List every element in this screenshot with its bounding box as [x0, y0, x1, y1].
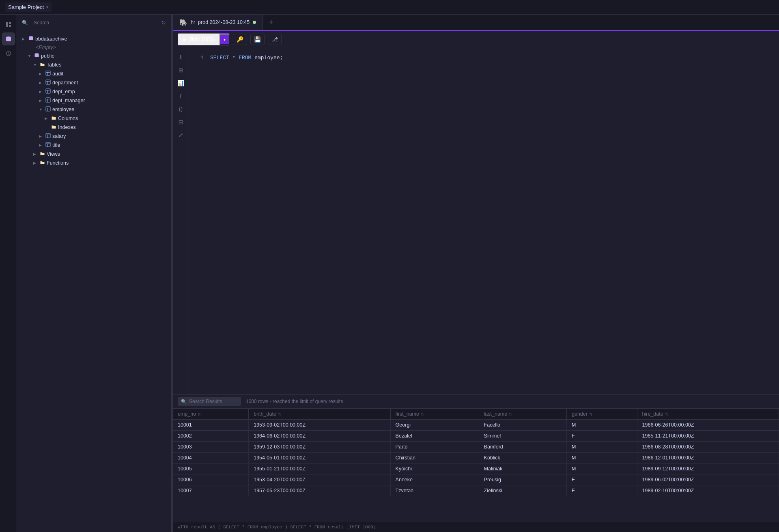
- tree-item-label: audit: [52, 71, 63, 77]
- table-row[interactable]: 100071957-05-23T00:00:00ZTzvetanZielinsk…: [173, 485, 779, 496]
- results-table-wrapper[interactable]: emp_no⇅birth_date⇅first_name⇅last_name⇅g…: [173, 409, 779, 522]
- tree-item-empty[interactable]: <Empty>: [17, 43, 171, 51]
- tree-item-label: department: [52, 80, 78, 86]
- table-row[interactable]: 100061953-04-20T00:00:00ZAnnekePreusigF1…: [173, 474, 779, 485]
- svg-rect-24: [46, 142, 50, 147]
- sql-line: 1SELECT * FROM employee;: [196, 55, 773, 61]
- tree-arrow-icon: ▶: [45, 116, 49, 120]
- table-row[interactable]: 100011953-09-02T00:00:00ZGeorgiFacelloM1…: [173, 420, 779, 431]
- col-header-birth_date[interactable]: birth_date⇅: [249, 409, 390, 420]
- sort-icon[interactable]: ⇅: [665, 412, 668, 416]
- tree-item-indexes[interactable]: Indexes: [17, 123, 171, 132]
- sql-symbol: *: [229, 55, 239, 61]
- project-selector[interactable]: Sample Project ▾: [5, 2, 52, 12]
- tree-item-icon: [45, 79, 51, 86]
- tree-item-dept_emp[interactable]: ▶dept_emp: [17, 87, 171, 96]
- elephant-icon: 🐘: [179, 19, 187, 26]
- tree-item-label: Indexes: [58, 124, 76, 130]
- run-button-group: ▶ (limit 1000) ▾: [178, 33, 230, 45]
- sidebar-toggle-icon[interactable]: [2, 18, 15, 31]
- tree-item-bbdataarchive[interactable]: ▶bbdataarchive: [17, 34, 171, 43]
- table-row[interactable]: 100021964-06-02T00:00:00ZBezalelSimmelF1…: [173, 431, 779, 442]
- sort-icon[interactable]: ⇅: [278, 412, 281, 416]
- toolbar: ▶ (limit 1000) ▾ 🔑 💾 ⎇: [173, 31, 779, 48]
- results-search-icon: 🔍: [181, 399, 187, 404]
- results-search-bar: 🔍: [178, 397, 241, 406]
- table-row[interactable]: 100031959-12-03T00:00:00ZPartoBamfordM19…: [173, 442, 779, 453]
- cell-hire_date: 1989-09-12T00:00:00Z: [637, 463, 779, 474]
- history-icon[interactable]: [2, 47, 15, 60]
- paren-strip-icon[interactable]: (): [175, 103, 187, 115]
- tree-item-dept_manager[interactable]: ▶dept_manager: [17, 96, 171, 105]
- tree-item-label: bbdataarchive: [35, 36, 67, 42]
- expand-strip-icon[interactable]: ⤢: [175, 129, 187, 141]
- tree-item-public[interactable]: ▼public: [17, 51, 171, 60]
- tree-item-title[interactable]: ▶title: [17, 141, 171, 150]
- func-strip-icon[interactable]: ƒ: [175, 90, 187, 102]
- col-header-label: first_name: [396, 411, 419, 417]
- sort-icon[interactable]: ⇅: [509, 412, 512, 416]
- tree-item-views[interactable]: ▶Views: [17, 150, 171, 159]
- cell-birth_date: 1955-01-21T00:00:00Z: [249, 463, 390, 474]
- col-header-hire_date[interactable]: hire_date⇅: [637, 409, 779, 420]
- sql-identifier: employee;: [251, 55, 283, 61]
- run-dropdown-button[interactable]: ▾: [220, 34, 230, 45]
- cell-emp_no: 10002: [173, 431, 249, 442]
- tree-item-icon: [45, 88, 51, 95]
- play-icon: ▶: [183, 37, 187, 42]
- tree-item-icon: [40, 160, 45, 166]
- tree-item-label: employee: [52, 107, 74, 112]
- col-header-label: gender: [572, 411, 587, 417]
- svg-rect-21: [46, 133, 50, 138]
- svg-rect-12: [46, 89, 50, 93]
- chart-strip-icon[interactable]: 📊: [175, 77, 187, 89]
- project-chevron-icon: ▾: [46, 5, 48, 9]
- cell-birth_date: 1964-06-02T00:00:00Z: [249, 431, 390, 442]
- share-button[interactable]: ⎇: [268, 34, 282, 45]
- col-header-last_name[interactable]: last_name⇅: [479, 409, 566, 420]
- sidebar-search-input[interactable]: [30, 18, 159, 28]
- database-icon[interactable]: [2, 32, 15, 45]
- tree-item-department[interactable]: ▶department: [17, 78, 171, 87]
- cell-birth_date: 1953-09-02T00:00:00Z: [249, 420, 390, 431]
- tree-item-columns[interactable]: ▶Columns: [17, 114, 171, 123]
- tree-item-audit[interactable]: ▶audit: [17, 69, 171, 78]
- sidebar-refresh-button[interactable]: ↻: [161, 19, 166, 26]
- tree-item-icon: [45, 71, 51, 77]
- cell-emp_no: 10007: [173, 485, 249, 496]
- tree-item-employee[interactable]: ▼employee: [17, 105, 171, 114]
- tree-item-icon: [40, 62, 45, 68]
- col-header-emp_no[interactable]: emp_no⇅: [173, 409, 249, 420]
- table-row[interactable]: 100041954-05-01T00:00:00ZChirstianKoblic…: [173, 453, 779, 463]
- key-button[interactable]: 🔑: [233, 34, 247, 45]
- query-tab[interactable]: 🐘 hr_prod 2024-08-23 10:45: [173, 15, 263, 30]
- new-tab-button[interactable]: +: [265, 16, 278, 29]
- col-header-gender[interactable]: gender⇅: [566, 409, 637, 420]
- sql-editor[interactable]: 1SELECT * FROM employee;: [189, 48, 779, 394]
- sidebar-search-bar: 🔍 ↻: [17, 15, 171, 31]
- cell-last_name: Facello: [479, 420, 566, 431]
- cell-first_name: Kyoichi: [390, 463, 479, 474]
- svg-rect-1: [9, 22, 11, 24]
- table-row[interactable]: 100051955-01-21T00:00:00ZKyoichiMaliniak…: [173, 463, 779, 474]
- run-button[interactable]: ▶ (limit 1000): [178, 33, 220, 45]
- grid-strip-icon[interactable]: ⊞: [175, 64, 187, 76]
- save-button[interactable]: 💾: [250, 34, 265, 45]
- info-strip-icon[interactable]: ℹ: [175, 51, 187, 63]
- tree-item-functions[interactable]: ▶Functions: [17, 159, 171, 167]
- cell-hire_date: 1986-12-01T00:00:00Z: [637, 453, 779, 463]
- sql-code: SELECT * FROM employee;: [210, 55, 283, 61]
- tree-arrow-icon: ▶: [39, 143, 44, 147]
- results-search-input[interactable]: [189, 399, 238, 404]
- tree-item-salary[interactable]: ▶salary: [17, 132, 171, 141]
- svg-rect-2: [9, 25, 11, 27]
- cell-first_name: Bezalel: [390, 431, 479, 442]
- sort-icon[interactable]: ⇅: [421, 412, 424, 416]
- col-header-first_name[interactable]: first_name⇅: [390, 409, 479, 420]
- tree-item-icon: [45, 142, 51, 148]
- tree-item-tables[interactable]: ▼Tables: [17, 60, 171, 69]
- table-strip-icon[interactable]: ⊟: [175, 116, 187, 128]
- sort-icon[interactable]: ⇅: [589, 412, 592, 416]
- sort-icon[interactable]: ⇅: [198, 412, 201, 416]
- cell-first_name: Anneke: [390, 474, 479, 485]
